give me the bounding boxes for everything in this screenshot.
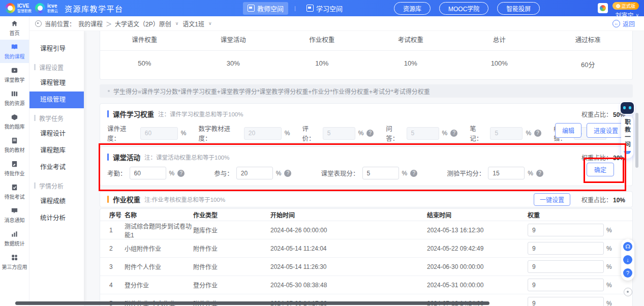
menu-item-homework-exam[interactable]: 作业考试 [29, 159, 84, 176]
ai-assistant-widget[interactable]: 职教一问 [620, 102, 634, 159]
menu-item-course-grades[interactable]: 课程成绩 [29, 193, 84, 210]
help-icon[interactable]: ? [410, 170, 417, 177]
mooc-academy-button[interactable]: MOOC学院 [439, 2, 488, 15]
help-icon[interactable]: ? [366, 130, 374, 137]
field-label: 课堂表现分： [321, 168, 359, 178]
percent-sign: % [358, 130, 364, 137]
sidebar-item-pending-exams[interactable]: 待批考试 [0, 180, 29, 203]
user-menu[interactable]: 刘宵宁 ∨ [615, 11, 639, 19]
assistant-pill[interactable]: 职教一问 [621, 115, 633, 159]
field-label: 笔记： [470, 124, 487, 143]
progress-settings-button[interactable]: 进度设置 [587, 123, 625, 138]
chevron-down-icon[interactable]: ∨ [208, 21, 212, 26]
sidebar-label: 待批作业 [5, 169, 25, 177]
help-circle-icon[interactable]: ? [623, 268, 632, 278]
breadcrumb-course[interactable]: 大学语文（2P）原创 [115, 19, 171, 28]
cell-weight: % [528, 279, 632, 291]
weight-input[interactable] [528, 260, 604, 273]
nav-teacher-space[interactable]: 教师空间 [243, 2, 288, 15]
breadcrumb-class[interactable]: 语文1班 [182, 19, 204, 28]
sidebar-item-my-courses[interactable]: 我的课程 [0, 40, 29, 63]
weight-input[interactable] [528, 224, 604, 236]
col-homework-weight: 作业权重 [278, 35, 366, 44]
sidebar-item-classroom-teaching[interactable]: 课堂教学 [0, 63, 29, 86]
breadcrumb-my-courses[interactable]: 我的课程 [78, 19, 103, 28]
help-icon[interactable]: ? [534, 130, 541, 137]
homework-title: 作业权重 [113, 194, 140, 204]
sidebar-label: 我的题库 [5, 123, 25, 130]
cell-name: 附件个人作业 [125, 262, 193, 271]
chevron-down-icon[interactable]: ∨ [175, 21, 179, 26]
weight-input[interactable] [528, 297, 604, 306]
sidebar-item-my-question-bank[interactable]: 我的题库 [0, 110, 29, 133]
nav-learning-space[interactable]: 学习空间 [302, 2, 347, 15]
smart-cast-button[interactable]: 智能投屏 [497, 2, 540, 15]
sidebar-item-home[interactable]: 首页 [0, 16, 29, 40]
vertical-scrollbar[interactable] [635, 113, 638, 168]
classroom-title-row: 课堂活动 注：课堂活动权重总和等于100% 权重占比：30% [100, 147, 632, 162]
resource-library-button[interactable]: 资源库 [394, 2, 431, 15]
help-icon[interactable]: ? [450, 130, 457, 137]
homework-table: 序号 名称 作业类型 开始时间 结束时间 权重 1 测试综合题同步到试卷功能1 … [100, 208, 633, 306]
courseware-ratio: 权重占比：50% [581, 110, 625, 118]
quiz-average-input[interactable] [488, 167, 525, 179]
help-icon[interactable]: ? [177, 170, 185, 177]
digital-textbook-progress-input[interactable] [244, 127, 282, 140]
title-bar-accent-orange [107, 196, 109, 203]
cell-start-time: 2024-05-30 08:38:48 [270, 282, 427, 289]
icve-logo-text: ICVE智慧职教 [17, 4, 32, 13]
sidebar-label: 待批考试 [5, 193, 25, 200]
field-qa: 问答： % ? [386, 124, 457, 143]
scroll-to-top-button[interactable] [624, 288, 632, 296]
weight-input[interactable] [528, 279, 604, 291]
ratio-label: 权重占比： [581, 197, 612, 204]
sidebar-item-pending-homework[interactable]: 待批作业 [0, 157, 29, 180]
one-click-setup-button[interactable]: 一键设置 [534, 193, 570, 206]
courseware-progress-input[interactable] [140, 127, 178, 140]
attendance-input[interactable] [130, 167, 166, 179]
weight-input[interactable] [528, 242, 604, 255]
back-button[interactable]: ← 返回 [612, 19, 635, 28]
breadcrumb: 当前位置： 我的课程 ＞ 大学语文（2P）原创 ∨ 语文1班 ∨ ← 返回 [29, 16, 644, 31]
sidebar-item-statistics[interactable]: 数据统计 [0, 227, 29, 250]
customer-service-icon[interactable]: ☊ [623, 242, 632, 251]
menu-item-class-management[interactable]: 班级管理 [29, 91, 84, 108]
notes-input[interactable] [490, 127, 523, 140]
menu-item-course-guide[interactable]: 课程引导 [29, 41, 84, 57]
qa-input[interactable] [407, 127, 439, 140]
edit-button[interactable]: 编辑 [555, 123, 581, 138]
sidebar-item-my-resources[interactable]: 我的资源 [0, 86, 29, 110]
evaluation-input[interactable] [323, 127, 355, 140]
document-check-icon [11, 183, 18, 191]
menu-item-statistical-analysis[interactable]: 统计分析 [29, 210, 84, 227]
class-performance-input[interactable] [362, 167, 399, 179]
menu-item-course-question-bank[interactable]: 课程题库 [29, 142, 84, 159]
sidebar-item-third-party-apps[interactable]: 第三方应用 [0, 250, 29, 273]
val-exam-weight: 10% [366, 59, 455, 69]
sidebar-item-my-textbooks[interactable]: 我的教材 [0, 133, 29, 157]
participation-input[interactable] [236, 167, 273, 179]
percent-sign: % [402, 170, 408, 177]
chat-bubble-icon [11, 207, 18, 215]
sidebar-label: 我的课程 [5, 52, 25, 60]
apps-grid-icon [11, 254, 18, 261]
field-digital-textbook-progress: 数字教材进度： % [199, 124, 290, 143]
help-icon[interactable]: ? [536, 170, 543, 177]
logo1-title: ICVE [17, 4, 32, 9]
cell-weight: % [528, 224, 632, 236]
field-label: 问答： [386, 124, 403, 143]
help-icon[interactable]: ? [284, 170, 291, 177]
field-label: 课件进度： [107, 124, 137, 143]
download-icon[interactable]: ↓ [623, 255, 632, 264]
cell-end-time: 2024-05-13 16:12:30 [427, 227, 528, 234]
courseware-buttons: 编辑 进度设置 [555, 123, 625, 138]
courseware-note: 注：课件学习权重总和等于100% [158, 110, 243, 118]
menu-item-course-management[interactable]: 课程管理 [29, 75, 84, 91]
sidebar-label: 第三方应用 [2, 263, 27, 270]
nav-teacher-space-label: 教师空间 [257, 4, 284, 13]
horizontal-scrollbar[interactable] [15, 301, 489, 305]
field-quiz-average: 测验平均分： % ? [447, 167, 543, 179]
sidebar-item-notifications[interactable]: 消息通知 [0, 203, 29, 227]
confirm-button[interactable]: 确定 [587, 163, 614, 176]
menu-item-course-design[interactable]: 课程设计 [29, 126, 84, 142]
